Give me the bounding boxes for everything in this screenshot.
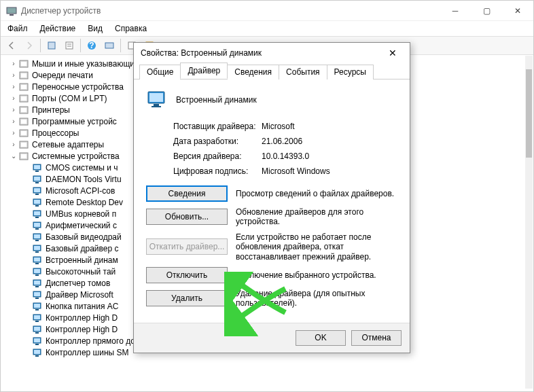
svg-rect-0 <box>7 7 16 14</box>
device-category-icon <box>18 58 29 69</box>
svg-rect-46 <box>35 228 39 230</box>
dialog-titlebar: Свойства: Встроенный динамик ✕ <box>134 43 410 63</box>
svg-rect-83 <box>152 106 161 107</box>
svg-rect-48 <box>34 234 40 238</box>
svg-rect-22 <box>21 120 26 124</box>
tree-label: Контроллер шины SM <box>46 348 128 357</box>
menu-file[interactable]: Файл <box>7 24 28 33</box>
tabstrip: Общие Драйвер Сведения События Ресурсы <box>134 63 410 79</box>
provider-value: Microsoft <box>262 122 397 131</box>
rollback-driver-button: Откатить драйвер... <box>146 238 228 255</box>
expand-icon[interactable]: › <box>9 94 18 102</box>
svg-rect-42 <box>34 211 40 215</box>
svg-rect-69 <box>34 315 40 319</box>
tab-events[interactable]: События <box>279 65 327 79</box>
system-device-icon <box>32 301 43 312</box>
tree-label: Программные устройс <box>32 117 117 126</box>
version-label: Версия драйвера: <box>173 152 262 161</box>
help-icon[interactable]: ? <box>84 38 100 53</box>
scrollbar[interactable] <box>525 56 533 389</box>
svg-rect-37 <box>35 194 39 195</box>
device-category-icon <box>18 82 29 92</box>
expand-icon[interactable]: › <box>9 141 18 148</box>
device-name: Встроенный динамик <box>176 95 257 105</box>
tree-label: Очереди печати <box>32 71 93 80</box>
expand-icon[interactable]: › <box>9 129 18 137</box>
close-button[interactable]: ✕ <box>502 1 533 21</box>
driver-details-button[interactable]: Сведения <box>146 185 228 202</box>
tree-label: Высокоточный тай <box>46 267 115 277</box>
tree-label: Кнопка питания AC <box>46 302 118 311</box>
back-button[interactable] <box>3 38 20 53</box>
uninstall-driver-button[interactable]: Удалить <box>146 290 228 306</box>
device-category-icon <box>18 128 29 139</box>
svg-rect-63 <box>34 292 40 296</box>
expand-icon[interactable]: › <box>9 118 18 125</box>
forward-button[interactable] <box>21 38 37 53</box>
disable-device-button[interactable]: Отключить <box>146 267 228 283</box>
properties-dialog: Свойства: Встроенный динамик ✕ Общие Дра… <box>133 42 410 353</box>
rollback-driver-desc: Если устройство не работает после обновл… <box>236 232 397 262</box>
expand-icon[interactable]: › <box>9 60 18 67</box>
tree-label: UMBus корневой п <box>46 209 116 219</box>
expand-icon[interactable]: › <box>9 83 18 90</box>
toolbar-icon[interactable] <box>43 38 60 53</box>
tree-label: Сетевые адаптеры <box>32 140 104 149</box>
update-driver-button[interactable]: Обновить... <box>146 209 228 225</box>
svg-rect-60 <box>34 281 40 285</box>
system-device-icon <box>32 197 43 208</box>
menu-action[interactable]: Действие <box>40 24 76 33</box>
svg-rect-12 <box>21 62 26 66</box>
tree-label: Процессоры <box>32 128 79 138</box>
tab-details[interactable]: Сведения <box>227 65 279 79</box>
update-driver-desc: Обновление драйверов для этого устройств… <box>236 207 397 227</box>
signature-label: Цифровая подпись: <box>173 166 262 176</box>
svg-rect-14 <box>21 73 26 77</box>
system-device-icon <box>32 289 43 300</box>
maximize-button[interactable]: ▢ <box>471 1 502 21</box>
dialog-footer: OK Отмена <box>134 323 410 353</box>
expand-icon[interactable]: › <box>9 106 18 113</box>
date-value: 21.06.2006 <box>262 137 397 146</box>
dialog-close-button[interactable]: ✕ <box>382 43 403 63</box>
tree-label: Порты (COM и LPT) <box>32 94 107 103</box>
svg-rect-55 <box>35 263 39 264</box>
svg-rect-70 <box>35 321 39 322</box>
svg-rect-64 <box>35 298 39 299</box>
driver-details-desc: Просмотр сведений о файлах драйверов. <box>236 189 397 198</box>
svg-rect-61 <box>35 286 39 287</box>
expand-icon[interactable]: › <box>9 71 18 79</box>
app-icon <box>6 5 17 16</box>
svg-rect-40 <box>35 205 39 207</box>
system-device-icon <box>32 243 43 254</box>
tab-resources[interactable]: Ресурсы <box>327 65 374 79</box>
svg-rect-2 <box>48 42 55 49</box>
dialog-title: Свойства: Встроенный динамик <box>141 48 382 58</box>
tree-label: Контроллер High D <box>46 325 118 334</box>
tab-driver[interactable]: Драйвер <box>180 63 228 79</box>
tree-label: Системные устройства <box>32 152 120 161</box>
cancel-button[interactable]: Отмена <box>351 330 402 346</box>
menu-help[interactable]: Справка <box>115 24 147 33</box>
minimize-button[interactable]: ─ <box>440 1 471 21</box>
window-title: Диспетчер устройств <box>21 6 440 16</box>
scrollbar-thumb[interactable] <box>526 69 532 158</box>
tree-label: DAEMON Tools Virtu <box>46 175 122 184</box>
signature-value: Microsoft Windows <box>262 166 397 176</box>
tree-label: Встроенный динам <box>46 255 118 265</box>
menubar: Файл Действие Вид Справка <box>1 21 533 36</box>
menu-view[interactable]: Вид <box>88 24 103 33</box>
system-device-icon <box>32 232 43 243</box>
svg-rect-36 <box>34 188 40 192</box>
collapse-icon[interactable]: ⌄ <box>9 152 18 160</box>
svg-rect-1 <box>10 14 14 16</box>
svg-text:?: ? <box>89 41 94 50</box>
system-device-icon <box>32 220 43 231</box>
tree-label: Мыши и иные указывающие <box>32 59 139 69</box>
ok-button[interactable]: OK <box>296 330 346 346</box>
toolbar-icon[interactable] <box>61 38 77 53</box>
toolbar-icon[interactable] <box>101 38 118 53</box>
svg-rect-75 <box>34 338 40 342</box>
svg-rect-54 <box>34 257 40 262</box>
tab-general[interactable]: Общие <box>139 65 181 79</box>
